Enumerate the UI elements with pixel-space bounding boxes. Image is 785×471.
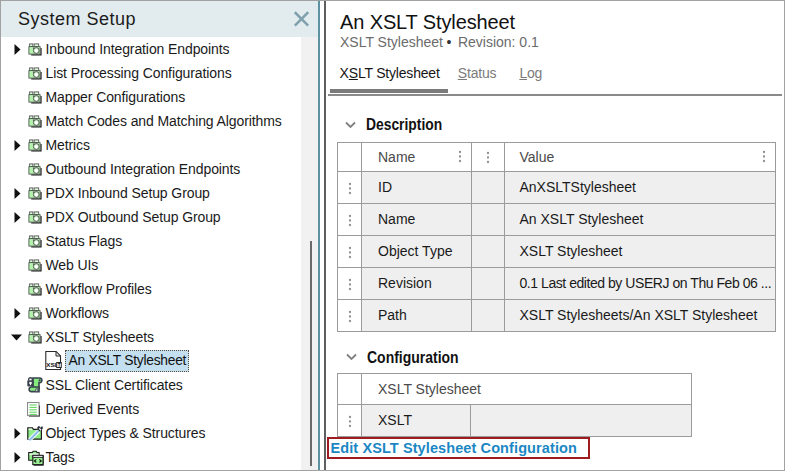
svg-text:T: T <box>58 363 61 368</box>
